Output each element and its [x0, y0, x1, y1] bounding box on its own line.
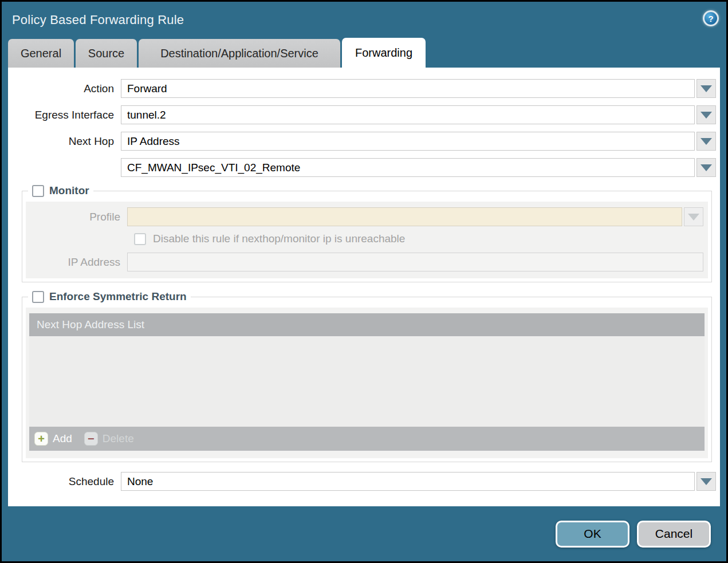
- delete-button-label: Delete: [103, 432, 134, 445]
- monitor-section: Monitor Profile Disable this rule if nex…: [22, 184, 712, 282]
- table-header: Next Hop Address List: [29, 313, 705, 336]
- dropdown-arrow-icon: [701, 164, 712, 171]
- enforce-symmetric-return-checkbox[interactable]: [32, 291, 44, 303]
- schedule-dropdown-button[interactable]: [696, 472, 716, 491]
- monitor-content: Profile Disable this rule if nexthop/mon…: [26, 202, 708, 278]
- disable-rule-row: Disable this rule if nexthop/monitor ip …: [134, 233, 708, 245]
- profile-label: Profile: [26, 211, 127, 223]
- tab-source[interactable]: Source: [76, 39, 137, 68]
- tab-forwarding[interactable]: Forwarding: [342, 38, 426, 68]
- disable-rule-label: Disable this rule if nexthop/monitor ip …: [153, 233, 405, 245]
- action-dropdown-button[interactable]: [696, 79, 716, 98]
- next-hop-address-row: CF_MWAN_IPsec_VTI_02_Remote: [8, 158, 716, 177]
- enforce-symmetric-return-section: Enforce Symmetric Return Next Hop Addres…: [22, 290, 712, 462]
- ok-button[interactable]: OK: [556, 521, 629, 548]
- monitor-legend: Monitor: [28, 184, 93, 197]
- monitor-ip-row: IP Address: [26, 253, 703, 271]
- minus-icon: −: [84, 432, 98, 446]
- enforce-symmetric-return-label: Enforce Symmetric Return: [49, 290, 187, 303]
- dialog-window: Policy Based Forwarding Rule ? General S…: [0, 0, 728, 563]
- next-hop-label: Next Hop: [8, 135, 121, 148]
- monitor-checkbox[interactable]: [32, 185, 44, 197]
- egress-interface-row: Egress Interface tunnel.2: [8, 105, 716, 124]
- egress-interface-dropdown-button[interactable]: [696, 105, 716, 124]
- egress-interface-label: Egress Interface: [8, 109, 121, 121]
- disable-rule-checkbox: [134, 233, 146, 245]
- monitor-ip-input: [127, 253, 703, 271]
- dropdown-arrow-icon: [701, 478, 712, 485]
- next-hop-type-row: Next Hop IP Address: [8, 132, 716, 151]
- dropdown-arrow-icon: [701, 138, 712, 145]
- cancel-button[interactable]: Cancel: [637, 521, 711, 548]
- egress-interface-select[interactable]: tunnel.2: [121, 105, 695, 124]
- tab-bar: General Source Destination/Application/S…: [2, 38, 726, 68]
- next-hop-type-dropdown-button[interactable]: [696, 132, 716, 151]
- policy-forwarding-dialog: Policy Based Forwarding Rule ? General S…: [2, 2, 726, 561]
- delete-button: − Delete: [84, 432, 134, 446]
- next-hop-address-list-table: Next Hop Address List + Add − Delete: [29, 313, 705, 451]
- monitor-ip-label: IP Address: [26, 256, 127, 269]
- dropdown-arrow-icon: [688, 214, 699, 221]
- action-row: Action Forward: [8, 79, 716, 98]
- title-bar: Policy Based Forwarding Rule ?: [2, 2, 726, 38]
- add-button[interactable]: + Add: [34, 432, 72, 446]
- table-toolbar: + Add − Delete: [29, 427, 705, 451]
- next-hop-address-dropdown-button[interactable]: [696, 158, 716, 177]
- table-body[interactable]: [29, 336, 705, 427]
- action-select[interactable]: Forward: [121, 79, 695, 98]
- profile-select: [127, 207, 682, 226]
- tab-general[interactable]: General: [8, 39, 74, 68]
- next-hop-type-select[interactable]: IP Address: [121, 132, 695, 151]
- tab-destination-application-service[interactable]: Destination/Application/Service: [139, 39, 340, 68]
- dialog-footer: OK Cancel: [2, 506, 726, 561]
- enforce-content: Next Hop Address List + Add − Delete: [26, 308, 708, 458]
- next-hop-address-select[interactable]: CF_MWAN_IPsec_VTI_02_Remote: [121, 158, 695, 177]
- dropdown-arrow-icon: [701, 112, 712, 119]
- schedule-label: Schedule: [8, 475, 121, 488]
- schedule-row: Schedule None: [8, 472, 716, 491]
- action-label: Action: [8, 82, 121, 95]
- add-button-label: Add: [53, 432, 72, 445]
- profile-row: Profile: [26, 207, 703, 226]
- forwarding-tab-panel: Action Forward Egress Interface tunnel.2…: [8, 68, 720, 506]
- dropdown-arrow-icon: [701, 85, 712, 92]
- plus-icon: +: [34, 432, 48, 446]
- page-title: Policy Based Forwarding Rule: [12, 13, 184, 27]
- monitor-label: Monitor: [49, 184, 89, 197]
- enforce-legend: Enforce Symmetric Return: [28, 290, 191, 303]
- schedule-select[interactable]: None: [121, 472, 695, 491]
- help-icon[interactable]: ?: [703, 10, 719, 26]
- profile-dropdown-button: [684, 207, 703, 226]
